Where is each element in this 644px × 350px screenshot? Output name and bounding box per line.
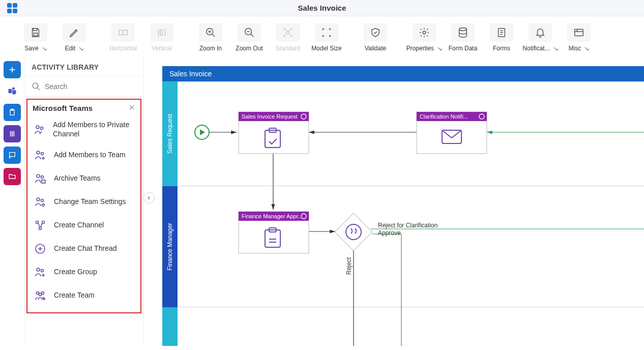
- task-sales-invoice-request[interactable]: Sales Invoice Request: [239, 112, 309, 154]
- lib-item-create-group[interactable]: Create Group: [27, 260, 140, 284]
- bell-icon: [529, 23, 552, 42]
- rail-folder-button[interactable]: [4, 168, 21, 185]
- lib-item-create-channel[interactable]: Create Channel: [27, 214, 140, 237]
- svg-point-55: [41, 270, 44, 272]
- lib-item-change-team-settings[interactable]: Change Team Settings: [27, 190, 140, 214]
- validate-button[interactable]: Validate: [357, 20, 394, 54]
- flow-approve[interactable]: [372, 234, 401, 346]
- vertical-button[interactable]: Vertical: [143, 20, 180, 54]
- horizontal-icon: [111, 23, 135, 42]
- search-input[interactable]: [45, 82, 136, 91]
- edit-button[interactable]: Edit: [56, 20, 93, 54]
- vertical-icon: [150, 23, 173, 42]
- svg-rect-13: [286, 31, 289, 34]
- svg-line-11: [251, 34, 254, 37]
- notifications-button[interactable]: Notificat...: [522, 20, 559, 54]
- lib-item-create-team[interactable]: Create Team: [27, 284, 140, 307]
- validate-icon: [364, 23, 387, 42]
- category-header: Microsoft Teams: [27, 102, 140, 115]
- activity-category-highlight: Microsoft Teams Add Members to Private C…: [26, 99, 141, 313]
- team-plus-icon: [34, 289, 47, 302]
- channel-icon: [34, 219, 47, 232]
- svg-rect-44: [42, 180, 45, 183]
- edge-label-reject-clarification: Reject for Clarification: [378, 222, 437, 229]
- svg-point-59: [42, 292, 44, 295]
- canvas-wrap: Sales Invoice Sales Request Finance Mana…: [144, 56, 644, 346]
- svg-rect-20: [575, 30, 583, 36]
- toolbar: Save Edit Horizontal Vertical: [0, 16, 644, 56]
- form-data-button[interactable]: Form Data: [445, 20, 481, 54]
- people-plus-icon: [34, 149, 47, 162]
- app-icon[interactable]: [6, 2, 18, 14]
- sidebar-item-label: Archive Teams: [54, 174, 101, 183]
- gateway[interactable]: [335, 213, 372, 251]
- task-title: Sales Invoice Request: [242, 113, 297, 120]
- people-archive-icon: [34, 172, 47, 185]
- lib-item-archive-teams[interactable]: Archive Teams: [27, 167, 140, 190]
- svg-point-47: [42, 204, 44, 206]
- sidebar-item-label: Add Members to Team: [54, 151, 126, 160]
- standard-button[interactable]: Standard: [270, 20, 306, 54]
- save-button[interactable]: Save: [17, 20, 54, 54]
- zoom-out-button[interactable]: Zoom Out: [231, 20, 268, 54]
- zoom-in-button[interactable]: Zoom In: [192, 20, 229, 54]
- task-title: Clarification Notifi...: [420, 113, 468, 120]
- misc-button[interactable]: Misc: [561, 20, 597, 54]
- svg-rect-77: [335, 213, 372, 251]
- rail-columns-button[interactable]: [4, 125, 21, 142]
- misc-icon: [567, 23, 591, 42]
- forms-button[interactable]: Forms: [483, 20, 520, 54]
- close-icon[interactable]: [128, 104, 135, 112]
- rail-chat-button[interactable]: [4, 147, 21, 164]
- pool-header[interactable]: Sales Invoice: [162, 66, 644, 81]
- sidebar-item-label: Add Members to Private Channel: [53, 121, 134, 138]
- svg-point-46: [41, 199, 44, 202]
- save-icon: [24, 23, 47, 42]
- lane-label: Sales Request: [166, 114, 173, 154]
- main: ACTIVITY LIBRARY Microsoft Teams Add Mem…: [0, 56, 644, 346]
- lib-item-create-chat-thread[interactable]: Create Chat Thread: [27, 237, 140, 260]
- left-rail: [0, 56, 24, 346]
- svg-point-36: [36, 126, 39, 129]
- lane-label: Finance Manager: [166, 223, 173, 270]
- title-bar: Sales Invoice: [0, 0, 644, 16]
- edge-label-approve: Approve: [378, 229, 401, 237]
- svg-rect-0: [34, 33, 37, 36]
- collapse-sidebar-button[interactable]: [143, 192, 155, 203]
- sidebar-item-label: Create Team: [54, 291, 95, 300]
- lib-item-add-members-private-channel[interactable]: Add Members to Private Channel: [27, 115, 140, 143]
- horizontal-button[interactable]: Horizontal: [105, 20, 141, 54]
- task-clarification-notification[interactable]: Clarification Notifi...: [417, 112, 487, 154]
- edge-label-reject: Reject: [345, 257, 353, 275]
- chat-plus-icon: [34, 242, 47, 255]
- model-size-button[interactable]: Model Size: [308, 20, 345, 54]
- start-event[interactable]: [195, 125, 209, 139]
- sidebar: ACTIVITY LIBRARY Microsoft Teams Add Mem…: [24, 56, 144, 346]
- sidebar-item-label: Create Group: [54, 268, 97, 277]
- svg-point-45: [37, 198, 40, 201]
- svg-rect-25: [8, 89, 12, 93]
- sidebar-item-label: Change Team Settings: [54, 197, 126, 207]
- zoom-out-icon: [238, 23, 261, 42]
- svg-point-32: [33, 83, 38, 89]
- task-finance-manager-approval[interactable]: Finance Manager Appr...: [239, 212, 309, 253]
- rail-add-button[interactable]: [4, 61, 21, 78]
- svg-point-37: [41, 127, 43, 129]
- page-title: Sales Invoice: [298, 4, 346, 12]
- svg-rect-4: [160, 30, 162, 36]
- sidebar-header: ACTIVITY LIBRARY: [24, 56, 143, 77]
- lib-item-add-members-team[interactable]: Add Members to Team: [27, 143, 140, 167]
- task-title: Finance Manager Appr...: [242, 213, 303, 219]
- bpmn-canvas[interactable]: Sales Invoice Sales Request Finance Mana…: [162, 66, 644, 346]
- rail-teams-icon[interactable]: [4, 82, 21, 100]
- properties-button[interactable]: Properties: [406, 20, 443, 54]
- search-row: [24, 77, 143, 97]
- svg-point-42: [37, 174, 40, 178]
- model-size-icon: [315, 23, 338, 42]
- sidebar-item-label: Create Chat Thread: [54, 244, 116, 253]
- standard-icon: [276, 23, 300, 42]
- group-plus-icon: [34, 266, 47, 279]
- svg-point-50: [39, 227, 42, 230]
- rail-clipboard-button[interactable]: [4, 104, 21, 121]
- svg-point-39: [41, 153, 44, 155]
